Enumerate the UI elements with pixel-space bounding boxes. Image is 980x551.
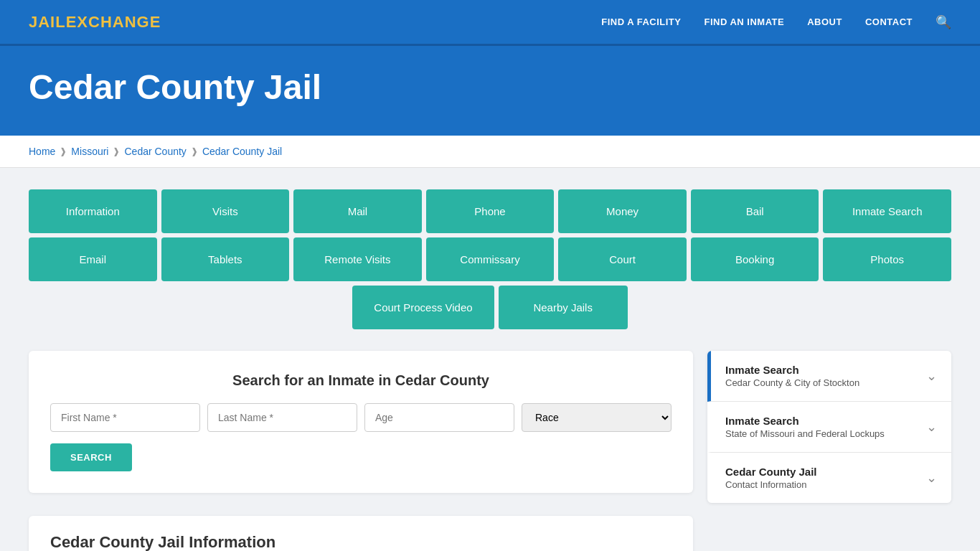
sidebar-item-0-title: Inmate Search — [725, 364, 859, 376]
breadcrumb-missouri[interactable]: Missouri — [71, 146, 108, 157]
breadcrumb-sep-1: ❱ — [60, 146, 67, 156]
breadcrumb-current: Cedar County Jail — [202, 146, 282, 157]
chevron-down-icon-2: ⌄ — [926, 470, 937, 486]
search-icon[interactable]: 🔍 — [936, 14, 951, 30]
content-row: Search for an Inmate in Cedar County Rac… — [29, 351, 951, 551]
sidebar-item-0-subtitle: Cedar County & City of Stockton — [725, 377, 859, 388]
sidebar: Inmate Search Cedar County & City of Sto… — [707, 351, 951, 503]
breadcrumb-bar: Home ❱ Missouri ❱ Cedar County ❱ Cedar C… — [0, 136, 980, 168]
nav-find-inmate[interactable]: FIND AN INMATE — [704, 17, 784, 27]
button-grid-row3: Court Process Video Nearby Jails — [29, 286, 951, 329]
btn-nearby-jails[interactable]: Nearby Jails — [499, 286, 628, 329]
logo-exchange: EXCHANGE — [66, 13, 161, 31]
nav-contact[interactable]: CONTACT — [865, 17, 913, 27]
sidebar-item-1-title: Inmate Search — [725, 415, 885, 427]
btn-court[interactable]: Court — [558, 237, 687, 281]
breadcrumb-home[interactable]: Home — [29, 146, 55, 157]
breadcrumb-cedar-county[interactable]: Cedar County — [124, 146, 186, 157]
sidebar-item-0-text: Inmate Search Cedar County & City of Sto… — [725, 364, 859, 388]
navbar: JAILEXCHANGE FIND A FACILITY FIND AN INM… — [0, 0, 980, 46]
main-area: Information Visits Mail Phone Money Bail… — [0, 168, 980, 551]
first-name-input[interactable] — [50, 403, 200, 432]
btn-booking[interactable]: Booking — [691, 237, 819, 281]
logo-jail: JAIL — [29, 13, 66, 31]
btn-phone[interactable]: Phone — [426, 189, 555, 233]
breadcrumb: Home ❱ Missouri ❱ Cedar County ❱ Cedar C… — [29, 146, 951, 157]
sidebar-item-2-title: Cedar County Jail — [725, 466, 817, 478]
btn-photos[interactable]: Photos — [823, 237, 951, 281]
nav-find-facility[interactable]: FIND A FACILITY — [601, 17, 681, 27]
btn-mail[interactable]: Mail — [293, 189, 422, 233]
button-grid-row1: Information Visits Mail Phone Money Bail… — [29, 189, 951, 233]
btn-email[interactable]: Email — [29, 237, 157, 281]
btn-court-process-video[interactable]: Court Process Video — [352, 286, 494, 329]
nav-menu: FIND A FACILITY FIND AN INMATE ABOUT CON… — [601, 14, 951, 30]
chevron-down-icon-1: ⌄ — [926, 419, 937, 435]
search-fields: Race White Black Hispanic Asian Other — [50, 403, 672, 432]
page-title: Cedar County Jail — [29, 67, 951, 107]
site-logo[interactable]: JAILEXCHANGE — [29, 13, 161, 32]
hero-section: Cedar County Jail — [0, 46, 980, 136]
chevron-down-icon-0: ⌄ — [926, 368, 937, 384]
btn-remote-visits[interactable]: Remote Visits — [293, 237, 422, 281]
left-column: Search for an Inmate in Cedar County Rac… — [29, 351, 693, 551]
sidebar-item-1-text: Inmate Search State of Missouri and Fede… — [725, 415, 885, 439]
info-section: Cedar County Jail Information — [29, 516, 693, 551]
info-title: Cedar County Jail Information — [50, 533, 672, 551]
last-name-input[interactable] — [207, 403, 357, 432]
btn-inmate-search[interactable]: Inmate Search — [823, 189, 951, 233]
btn-information[interactable]: Information — [29, 189, 157, 233]
search-panel: Search for an Inmate in Cedar County Rac… — [29, 351, 693, 493]
btn-visits[interactable]: Visits — [161, 189, 290, 233]
sidebar-item-1[interactable]: Inmate Search State of Missouri and Fede… — [707, 402, 951, 453]
age-input[interactable] — [364, 403, 514, 432]
sidebar-item-2-text: Cedar County Jail Contact Information — [725, 466, 817, 490]
sidebar-item-2-subtitle: Contact Information — [725, 479, 817, 490]
sidebar-item-2[interactable]: Cedar County Jail Contact Information ⌄ — [707, 453, 951, 503]
breadcrumb-sep-2: ❱ — [113, 146, 120, 156]
btn-tablets[interactable]: Tablets — [161, 237, 290, 281]
nav-about[interactable]: ABOUT — [807, 17, 842, 27]
race-select[interactable]: Race White Black Hispanic Asian Other — [522, 403, 672, 432]
btn-commissary[interactable]: Commissary — [426, 237, 555, 281]
btn-money[interactable]: Money — [558, 189, 687, 233]
search-button[interactable]: SEARCH — [50, 443, 132, 471]
sidebar-item-1-subtitle: State of Missouri and Federal Lockups — [725, 428, 885, 439]
button-grid-row2: Email Tablets Remote Visits Commissary C… — [29, 237, 951, 281]
btn-bail[interactable]: Bail — [691, 189, 819, 233]
sidebar-item-0[interactable]: Inmate Search Cedar County & City of Sto… — [707, 351, 951, 402]
breadcrumb-sep-3: ❱ — [191, 146, 198, 156]
search-title: Search for an Inmate in Cedar County — [50, 372, 672, 389]
